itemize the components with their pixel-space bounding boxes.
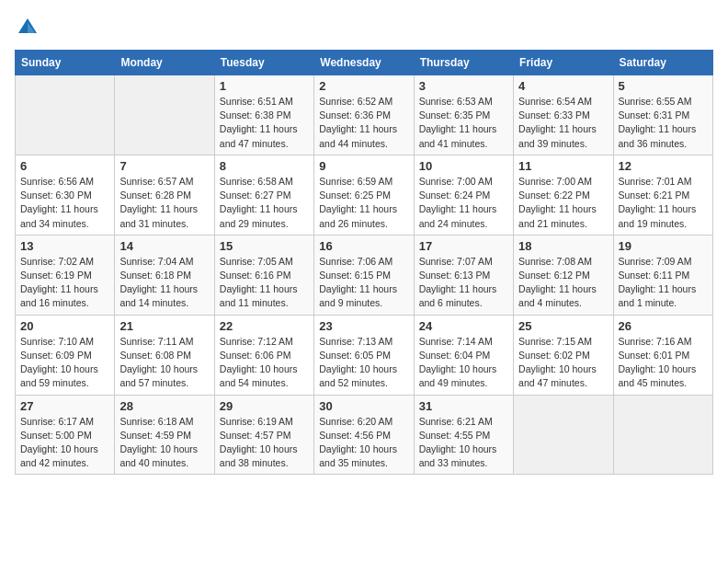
- day-number: 28: [119, 399, 209, 413]
- day-number: 4: [518, 79, 608, 93]
- logo-icon: [15, 15, 40, 40]
- day-cell: 7Sunrise: 6:57 AMSunset: 6:28 PMDaylight…: [115, 155, 214, 235]
- day-info: Sunrise: 7:16 AMSunset: 6:01 PMDaylight:…: [619, 335, 708, 391]
- day-cell: 13Sunrise: 7:02 AMSunset: 6:19 PMDayligh…: [16, 235, 115, 315]
- day-cell: 10Sunrise: 7:00 AMSunset: 6:24 PMDayligh…: [414, 155, 513, 235]
- day-number: 21: [119, 319, 209, 333]
- day-info: Sunrise: 7:08 AMSunset: 6:12 PMDaylight:…: [518, 255, 608, 311]
- day-cell: 8Sunrise: 6:58 AMSunset: 6:27 PMDaylight…: [214, 155, 313, 235]
- week-row-5: 27Sunrise: 6:17 AMSunset: 5:00 PMDayligh…: [16, 395, 713, 475]
- day-info: Sunrise: 6:57 AMSunset: 6:28 PMDaylight:…: [119, 175, 209, 231]
- day-cell: 11Sunrise: 7:00 AMSunset: 6:22 PMDayligh…: [514, 155, 613, 235]
- day-number: 29: [220, 399, 309, 413]
- day-info: Sunrise: 7:10 AMSunset: 6:09 PMDaylight:…: [20, 335, 109, 391]
- weekday-header-row: SundayMondayTuesdayWednesdayThursdayFrid…: [16, 51, 713, 75]
- day-info: Sunrise: 6:20 AMSunset: 4:56 PMDaylight:…: [319, 415, 408, 471]
- week-row-4: 20Sunrise: 7:10 AMSunset: 6:09 PMDayligh…: [16, 315, 713, 395]
- weekday-header-monday: Monday: [115, 51, 214, 75]
- day-cell: 26Sunrise: 7:16 AMSunset: 6:01 PMDayligh…: [613, 315, 712, 395]
- day-number: 27: [20, 399, 109, 413]
- day-number: 31: [419, 399, 508, 413]
- day-cell: 31Sunrise: 6:21 AMSunset: 4:55 PMDayligh…: [414, 395, 513, 475]
- day-info: Sunrise: 7:13 AMSunset: 6:05 PMDaylight:…: [319, 335, 408, 391]
- week-row-2: 6Sunrise: 6:56 AMSunset: 6:30 PMDaylight…: [16, 155, 713, 235]
- day-info: Sunrise: 6:21 AMSunset: 4:55 PMDaylight:…: [419, 415, 508, 471]
- day-number: 15: [220, 239, 309, 253]
- day-cell: [16, 75, 115, 155]
- day-cell: 25Sunrise: 7:15 AMSunset: 6:02 PMDayligh…: [514, 315, 613, 395]
- day-number: 20: [20, 319, 109, 333]
- day-cell: 14Sunrise: 7:04 AMSunset: 6:18 PMDayligh…: [115, 235, 214, 315]
- day-info: Sunrise: 7:15 AMSunset: 6:02 PMDaylight:…: [518, 335, 608, 391]
- weekday-header-sunday: Sunday: [16, 51, 115, 75]
- day-info: Sunrise: 7:11 AMSunset: 6:08 PMDaylight:…: [119, 335, 209, 391]
- day-info: Sunrise: 7:00 AMSunset: 6:22 PMDaylight:…: [518, 175, 608, 231]
- day-info: Sunrise: 6:19 AMSunset: 4:57 PMDaylight:…: [220, 415, 309, 471]
- day-cell: 3Sunrise: 6:53 AMSunset: 6:35 PMDaylight…: [414, 75, 513, 155]
- day-info: Sunrise: 7:12 AMSunset: 6:06 PMDaylight:…: [220, 335, 309, 391]
- day-cell: 18Sunrise: 7:08 AMSunset: 6:12 PMDayligh…: [514, 235, 613, 315]
- day-cell: 2Sunrise: 6:52 AMSunset: 6:36 PMDaylight…: [314, 75, 414, 155]
- day-cell: 24Sunrise: 7:14 AMSunset: 6:04 PMDayligh…: [414, 315, 513, 395]
- day-info: Sunrise: 7:01 AMSunset: 6:21 PMDaylight:…: [619, 175, 708, 231]
- day-info: Sunrise: 7:14 AMSunset: 6:04 PMDaylight:…: [419, 335, 508, 391]
- day-number: 8: [220, 159, 309, 173]
- day-number: 18: [518, 239, 608, 253]
- day-cell: 12Sunrise: 7:01 AMSunset: 6:21 PMDayligh…: [613, 155, 712, 235]
- day-number: 1: [220, 79, 309, 93]
- day-info: Sunrise: 6:17 AMSunset: 5:00 PMDaylight:…: [20, 415, 109, 471]
- day-cell: 29Sunrise: 6:19 AMSunset: 4:57 PMDayligh…: [214, 395, 313, 475]
- weekday-header-thursday: Thursday: [414, 51, 513, 75]
- day-number: 10: [419, 159, 508, 173]
- day-number: 2: [319, 79, 408, 93]
- day-info: Sunrise: 7:00 AMSunset: 6:24 PMDaylight:…: [419, 175, 508, 231]
- day-number: 24: [419, 319, 508, 333]
- week-row-3: 13Sunrise: 7:02 AMSunset: 6:19 PMDayligh…: [16, 235, 713, 315]
- day-cell: 27Sunrise: 6:17 AMSunset: 5:00 PMDayligh…: [16, 395, 115, 475]
- day-number: 26: [619, 319, 708, 333]
- day-number: 11: [518, 159, 608, 173]
- day-cell: 6Sunrise: 6:56 AMSunset: 6:30 PMDaylight…: [16, 155, 115, 235]
- day-info: Sunrise: 6:51 AMSunset: 6:38 PMDaylight:…: [220, 95, 309, 151]
- day-info: Sunrise: 6:18 AMSunset: 4:59 PMDaylight:…: [119, 415, 209, 471]
- day-number: 30: [319, 399, 408, 413]
- day-cell: 20Sunrise: 7:10 AMSunset: 6:09 PMDayligh…: [16, 315, 115, 395]
- day-cell: 21Sunrise: 7:11 AMSunset: 6:08 PMDayligh…: [115, 315, 214, 395]
- day-number: 3: [419, 79, 508, 93]
- day-number: 16: [319, 239, 408, 253]
- day-number: 23: [319, 319, 408, 333]
- day-info: Sunrise: 6:52 AMSunset: 6:36 PMDaylight:…: [319, 95, 408, 151]
- day-info: Sunrise: 7:05 AMSunset: 6:16 PMDaylight:…: [220, 255, 309, 311]
- day-cell: 17Sunrise: 7:07 AMSunset: 6:13 PMDayligh…: [414, 235, 513, 315]
- day-info: Sunrise: 6:55 AMSunset: 6:31 PMDaylight:…: [619, 95, 708, 151]
- day-info: Sunrise: 7:07 AMSunset: 6:13 PMDaylight:…: [419, 255, 508, 311]
- day-info: Sunrise: 7:02 AMSunset: 6:19 PMDaylight:…: [20, 255, 109, 311]
- day-cell: 30Sunrise: 6:20 AMSunset: 4:56 PMDayligh…: [314, 395, 414, 475]
- day-info: Sunrise: 6:54 AMSunset: 6:33 PMDaylight:…: [518, 95, 608, 151]
- day-cell: 28Sunrise: 6:18 AMSunset: 4:59 PMDayligh…: [115, 395, 214, 475]
- day-cell: [613, 395, 712, 475]
- day-number: 5: [619, 79, 708, 93]
- day-cell: 5Sunrise: 6:55 AMSunset: 6:31 PMDaylight…: [613, 75, 712, 155]
- day-number: 19: [619, 239, 708, 253]
- day-number: 25: [518, 319, 608, 333]
- day-info: Sunrise: 7:06 AMSunset: 6:15 PMDaylight:…: [319, 255, 408, 311]
- day-cell: 4Sunrise: 6:54 AMSunset: 6:33 PMDaylight…: [514, 75, 613, 155]
- day-number: 6: [20, 159, 109, 173]
- week-row-1: 1Sunrise: 6:51 AMSunset: 6:38 PMDaylight…: [16, 75, 713, 155]
- page-header: [15, 15, 713, 40]
- weekday-header-tuesday: Tuesday: [214, 51, 313, 75]
- day-cell: 9Sunrise: 6:59 AMSunset: 6:25 PMDaylight…: [314, 155, 414, 235]
- weekday-header-saturday: Saturday: [613, 51, 712, 75]
- day-number: 9: [319, 159, 408, 173]
- day-number: 17: [419, 239, 508, 253]
- day-info: Sunrise: 6:58 AMSunset: 6:27 PMDaylight:…: [220, 175, 309, 231]
- day-info: Sunrise: 6:53 AMSunset: 6:35 PMDaylight:…: [419, 95, 508, 151]
- day-number: 22: [220, 319, 309, 333]
- day-cell: 16Sunrise: 7:06 AMSunset: 6:15 PMDayligh…: [314, 235, 414, 315]
- day-cell: 23Sunrise: 7:13 AMSunset: 6:05 PMDayligh…: [314, 315, 414, 395]
- logo: [15, 15, 44, 40]
- day-info: Sunrise: 6:56 AMSunset: 6:30 PMDaylight:…: [20, 175, 109, 231]
- calendar-table: SundayMondayTuesdayWednesdayThursdayFrid…: [15, 50, 713, 475]
- day-cell: 15Sunrise: 7:05 AMSunset: 6:16 PMDayligh…: [214, 235, 313, 315]
